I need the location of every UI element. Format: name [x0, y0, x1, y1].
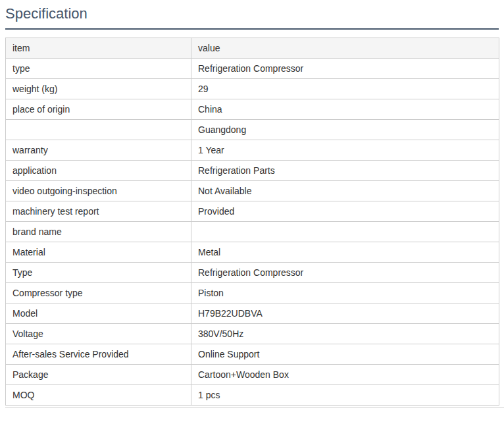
spec-value-cell: Online Support: [191, 344, 499, 365]
spec-value-cell: 29: [191, 79, 499, 99]
spec-value-cell: 380V/50Hz: [191, 324, 499, 344]
table-row: Type Refrigeration Compressor: [6, 263, 499, 283]
spec-item-cell: Compressor type: [6, 283, 191, 303]
section-header: Specification: [5, 0, 499, 22]
spec-value-cell: Metal: [191, 242, 499, 263]
spec-item-cell: video outgoing-inspection: [6, 181, 191, 201]
spec-item-cell: Voltage: [6, 324, 191, 344]
spec-value-cell: Refrigeration Parts: [191, 161, 499, 181]
spec-item-cell: [6, 120, 191, 140]
spec-table-body: type Refrigeration Compressor weight (kg…: [6, 59, 499, 406]
table-row: Compressor type Piston: [6, 283, 499, 303]
spec-value-cell: Guangdong: [191, 120, 499, 140]
table-row: machinery test report Provided: [6, 201, 499, 222]
table-row: warranty 1 Year: [6, 140, 499, 161]
table-row: brand name: [6, 222, 499, 242]
table-row: video outgoing-inspection Not Available: [6, 181, 499, 201]
spec-item-cell: application: [6, 161, 191, 181]
spec-value-cell: Refrigeration Compressor: [191, 59, 499, 79]
specification-page: Specification item value type Refrigerat…: [0, 0, 504, 422]
table-row: type Refrigeration Compressor: [6, 59, 499, 79]
spec-value-cell: H79B22UDBVA: [191, 303, 499, 324]
spec-item-cell: brand name: [6, 222, 191, 242]
spec-item-cell: machinery test report: [6, 201, 191, 222]
spec-item-cell: Model: [6, 303, 191, 324]
spec-value-cell: 1 pcs: [191, 385, 499, 406]
spec-value-cell: Cartoon+Wooden Box: [191, 365, 499, 385]
specification-table: item value type Refrigeration Compressor…: [5, 38, 499, 406]
spec-value-cell: [191, 222, 499, 242]
table-row: weight (kg) 29: [6, 79, 499, 99]
table-row: Model H79B22UDBVA: [6, 303, 499, 324]
spec-item-cell: type: [6, 59, 191, 79]
table-row: After-sales Service Provided Online Supp…: [6, 344, 499, 365]
spec-item-cell: Package: [6, 365, 191, 385]
table-row: Package Cartoon+Wooden Box: [6, 365, 499, 385]
spec-item-cell: warranty: [6, 140, 191, 161]
page-title: Specification: [5, 5, 499, 22]
spec-value-cell: 1 Year: [191, 140, 499, 161]
column-header-item: item: [6, 38, 191, 59]
spec-value-cell: Refrigeration Compressor: [191, 263, 499, 283]
column-header-value: value: [191, 38, 499, 59]
spec-value-cell: Piston: [191, 283, 499, 303]
table-row: Voltage 380V/50Hz: [6, 324, 499, 344]
table-row: MOQ 1 pcs: [6, 385, 499, 406]
title-underline: [5, 28, 499, 30]
table-header-row: item value: [6, 38, 499, 59]
spec-item-cell: Material: [6, 242, 191, 263]
table-row: place of origin China: [6, 99, 499, 120]
spec-item-cell: MOQ: [6, 385, 191, 406]
spec-value-cell: Provided: [191, 201, 499, 222]
spec-item-cell: weight (kg): [6, 79, 191, 99]
spec-value-cell: China: [191, 99, 499, 120]
spec-table-head: item value: [6, 38, 499, 59]
table-row: application Refrigeration Parts: [6, 161, 499, 181]
spec-item-cell: place of origin: [6, 99, 191, 120]
table-row: Guangdong: [6, 120, 499, 140]
table-row: Material Metal: [6, 242, 499, 263]
bottom-divider: [5, 408, 504, 408]
spec-value-cell: Not Available: [191, 181, 499, 201]
spec-item-cell: After-sales Service Provided: [6, 344, 191, 365]
spec-item-cell: Type: [6, 263, 191, 283]
